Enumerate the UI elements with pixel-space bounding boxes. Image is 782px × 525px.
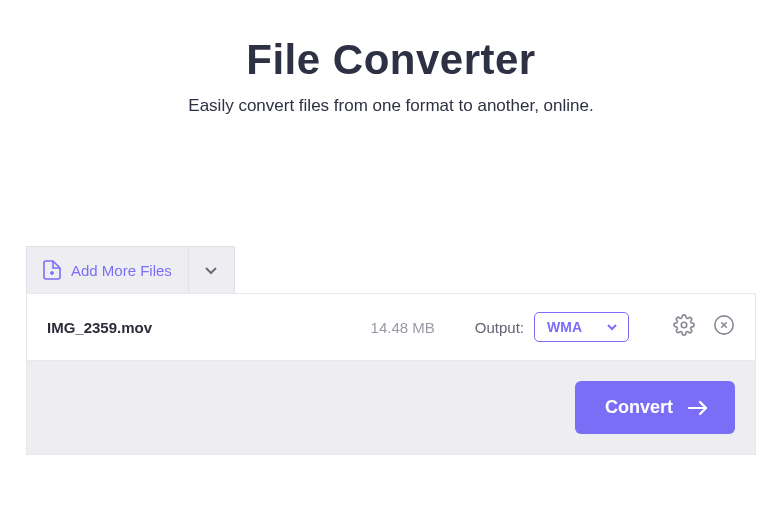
close-circle-icon	[713, 314, 735, 340]
format-value: WMA	[547, 319, 582, 335]
output-label: Output:	[475, 319, 524, 336]
output-format-select[interactable]: WMA	[534, 312, 629, 342]
svg-point-2	[681, 322, 687, 328]
arrow-right-icon	[687, 399, 709, 417]
convert-button[interactable]: Convert	[575, 381, 735, 434]
toolbar: Add More Files	[26, 246, 756, 293]
file-plus-icon	[43, 260, 61, 280]
gear-icon	[673, 314, 695, 340]
file-row: IMG_2359.mov 14.48 MB Output: WMA	[26, 293, 756, 361]
file-name: IMG_2359.mov	[47, 319, 371, 336]
file-size: 14.48 MB	[371, 319, 435, 336]
settings-button[interactable]	[673, 314, 695, 340]
add-more-label: Add More Files	[71, 262, 172, 279]
page-subtitle: Easily convert files from one format to …	[0, 96, 782, 116]
convert-label: Convert	[605, 397, 673, 418]
converter-panel: Add More Files IMG_2359.mov 14.48 MB Out…	[26, 246, 756, 455]
page-title: File Converter	[0, 36, 782, 84]
add-more-files-button[interactable]: Add More Files	[26, 246, 189, 293]
panel-footer: Convert	[26, 361, 756, 455]
chevron-down-icon	[606, 321, 618, 333]
remove-file-button[interactable]	[713, 314, 735, 340]
add-more-dropdown-button[interactable]	[189, 246, 235, 293]
chevron-down-icon	[203, 262, 219, 278]
